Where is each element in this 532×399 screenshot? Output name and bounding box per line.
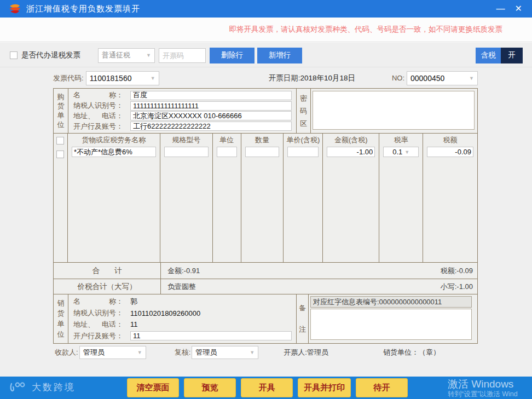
seller-taxid-row: 纳税人识别号： 110110201809260000: [73, 308, 292, 319]
buyer-fields: 名 称： 纳税人识别号： 地址、 电话： 开户行及账号：: [68, 89, 296, 133]
notice-bar: 即将开具发票，请认真核对发票种类、代码、号码是否一致，如不同请更换纸质发票: [0, 18, 532, 42]
totals-label: 合 计: [54, 263, 161, 279]
main-area: 是否代办退税发票 普通征税 ▼ 删除行 新增行 含税 开 发票代码: 11001…: [0, 43, 532, 377]
buyer-name-input[interactable]: [130, 91, 292, 100]
clear-invoice-button[interactable]: 清空票面: [127, 378, 179, 397]
qty-header: 数量: [255, 134, 269, 147]
close-button[interactable]: ✕: [515, 4, 522, 13]
invoice-no-select[interactable]: 00000450 ▼: [407, 71, 478, 85]
refund-invoice-checkbox[interactable]: [10, 51, 18, 59]
unit-header: 单位: [219, 134, 234, 147]
spec-input[interactable]: [164, 147, 209, 157]
tax-amount-input[interactable]: [427, 147, 473, 157]
seller-stamp-text: 销货单位：（章）: [383, 348, 440, 357]
buyer-taxid-input[interactable]: [130, 101, 292, 111]
seller-side-label: 销 货 单 位: [54, 294, 68, 343]
seller-address-value: 11: [130, 320, 138, 328]
price-input[interactable]: [287, 147, 319, 157]
row-select-column: [54, 134, 68, 262]
tax-rate-select[interactable]: 0.1 ▼: [383, 147, 419, 157]
goods-name-input[interactable]: [72, 147, 156, 157]
app-logo-icon: [8, 3, 22, 15]
payee-select[interactable]: 管理员 ▼: [79, 346, 146, 359]
preview-button[interactable]: 预览: [184, 378, 236, 397]
reviewer-label: 复核:: [175, 348, 191, 357]
minimize-button[interactable]: —: [496, 4, 505, 13]
issue-and-print-button[interactable]: 开具并打印: [298, 378, 351, 397]
password-textarea[interactable]: [313, 91, 475, 130]
capital-total-small: 小写:-1.00: [441, 282, 473, 292]
invoice-no-block: NO: 00000450 ▼: [392, 71, 478, 85]
goods-name-header: 货物或应税劳务名称: [82, 134, 146, 147]
windows-activation-watermark: 激活 Windows 转到“设置”以激活 Wind: [448, 378, 518, 398]
invoice-date: 开票日期:2018年10月18日: [269, 73, 355, 83]
buyer-name-row: 名 称：: [73, 90, 292, 101]
items-table: 货物或应税劳务名称 规格型号 单位 数量 单价(含税): [54, 134, 477, 263]
unit-input[interactable]: [217, 147, 237, 157]
capital-total-row: 价税合计（大写） 负壹圆整 小写:-1.00: [54, 279, 477, 294]
pending-button[interactable]: 待开: [356, 378, 408, 397]
issue-button[interactable]: 开具: [241, 378, 293, 397]
invoice-no-label: NO:: [392, 74, 404, 82]
chevron-down-icon: ▼: [469, 76, 474, 81]
tax-toggle: 含税 开: [476, 48, 523, 63]
seller-fields: 名 称： 郭 纳税人识别号： 110110201809260000 地址、 电话…: [68, 294, 296, 343]
drawer-text: 开票人:管理员: [284, 348, 328, 357]
footer-bar: 大数跨境 清空票面 预览 开具 开具并打印 待开 激活 Windows 转到“设…: [0, 377, 532, 399]
buyer-address-input[interactable]: [130, 111, 292, 120]
buyer-bank-input[interactable]: [130, 122, 292, 131]
select-all-checkbox[interactable]: [56, 137, 64, 144]
tax-type-select[interactable]: 普通征税 ▼: [98, 48, 155, 63]
seller-taxid-value: 110110201809260000: [130, 309, 200, 317]
unit-column: 单位: [213, 134, 241, 262]
payee-label: 收款人:: [55, 348, 78, 357]
tax-rate-value: 0.1: [392, 148, 402, 156]
window-controls: — ✕: [496, 4, 527, 13]
seller-section: 销 货 单 位 名 称： 郭 纳税人识别号： 11011020180926000…: [54, 294, 477, 343]
spec-column: 规格型号: [160, 134, 213, 262]
invoice-code-select[interactable]: 1100181560 ▼: [86, 71, 159, 85]
tax-rate-column: 税率 0.1 ▼: [379, 134, 423, 262]
signoff-row: 收款人: 管理员 ▼ 复核: 管理员 ▼ 开票人:管理员 销货单位：（章）: [53, 345, 478, 360]
row-checkbox[interactable]: [56, 151, 64, 158]
totals-values: 金额:-0.91 税额:-0.09: [161, 263, 477, 279]
capital-total-label: 价税合计（大写）: [54, 279, 161, 294]
tax-included-button[interactable]: 含税: [476, 48, 501, 63]
remark-red-ref-input[interactable]: [310, 296, 472, 308]
seller-bank-row: 开户行及账号：: [73, 331, 292, 341]
tax-open-button[interactable]: 开: [501, 48, 523, 63]
invoice-form: 购 货 单 位 名 称： 纳税人识别号： 地址、 电话：: [53, 88, 478, 344]
invoice-code-label: 发票代码:: [53, 73, 84, 83]
qty-column: 数量: [241, 134, 284, 262]
brand-logo-icon: [9, 380, 27, 394]
delete-row-button[interactable]: 删除行: [210, 48, 255, 63]
price-header: 单价(含税): [287, 134, 320, 147]
buyer-taxid-row: 纳税人识别号：: [73, 101, 292, 111]
seller-bank-input[interactable]: [130, 331, 292, 340]
invoice-code-input[interactable]: [159, 48, 206, 63]
toolbar-divider: [0, 67, 532, 67]
price-column: 单价(含税): [284, 134, 323, 262]
payee-value: 管理员: [83, 348, 135, 357]
capital-total-values: 负壹圆整 小写:-1.00: [161, 279, 477, 294]
buyer-bank-row: 开户行及账号：: [73, 121, 292, 131]
seller-name-value: 郭: [130, 297, 137, 307]
add-row-button[interactable]: 新增行: [257, 48, 302, 63]
watermark-title: 激活 Windows: [448, 378, 518, 390]
footer-buttons: 清空票面 预览 开具 开具并打印 待开: [127, 378, 408, 397]
password-area: [311, 89, 477, 133]
remark-side-label: 备 注: [296, 294, 309, 343]
invoice-code-value: 1100181560: [90, 74, 148, 83]
spec-header: 规格型号: [172, 134, 200, 147]
buyer-side-label: 购 货 单 位: [54, 89, 68, 133]
chevron-down-icon: ▼: [137, 350, 142, 355]
tax-amount-column: 税额: [423, 134, 477, 262]
chevron-down-icon: ▼: [151, 76, 155, 81]
remark-textarea[interactable]: [310, 309, 472, 340]
amount-input[interactable]: [327, 147, 375, 157]
chevron-down-icon: ▼: [146, 53, 151, 58]
reviewer-select[interactable]: 管理员 ▼: [192, 346, 258, 359]
seller-name-row: 名 称： 郭: [73, 297, 292, 307]
qty-input[interactable]: [245, 147, 280, 157]
chevron-down-icon: ▼: [404, 149, 409, 155]
